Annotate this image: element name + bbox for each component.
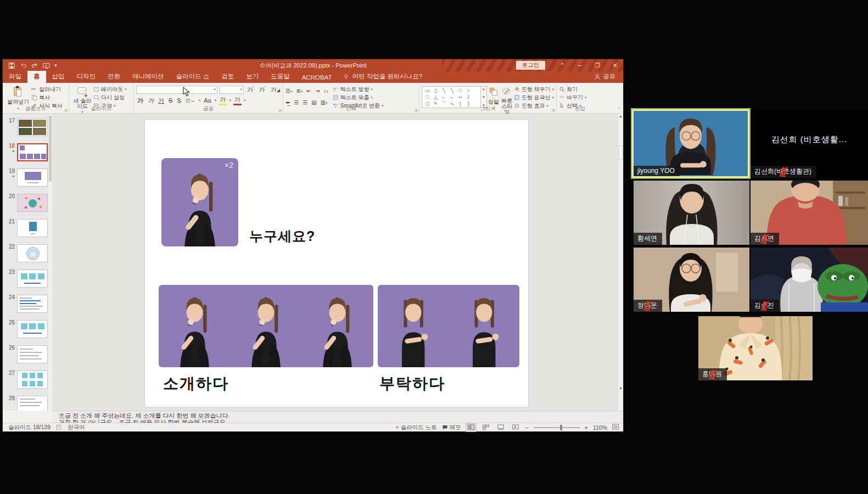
video-tile-hong-dawon[interactable]: 홍다원 xyxy=(698,316,813,380)
strikethrough-button[interactable]: S xyxy=(167,97,173,104)
sign-demo-card[interactable]: ×2 xyxy=(161,158,238,246)
language-indicator[interactable]: 한국어 xyxy=(68,424,85,431)
video-tile-kim-sujin[interactable]: 김수진 xyxy=(751,248,868,312)
close-button[interactable]: ✕ xyxy=(607,59,623,71)
font-name-combo[interactable]: ▾ xyxy=(136,86,217,94)
scroll-up-icon[interactable]: ▲ xyxy=(618,114,623,120)
slide-notes-toggle[interactable]: ≐슬라이드 노트 xyxy=(395,424,437,431)
thumbnail-25[interactable]: 25 xyxy=(7,320,52,338)
shape-gallery[interactable]: ▭▯╲╲□○ □△⌐⌐⇨⇩ ◻✎⌒∿{} ▲▼▼̲ xyxy=(422,85,487,108)
thumbnail-22[interactable]: 22 xyxy=(7,244,52,262)
clipboard-dialog-launcher[interactable]: ⇲ xyxy=(64,108,68,113)
text-shadow-button[interactable]: S xyxy=(176,97,182,104)
thumbnail-20[interactable]: 20 xyxy=(7,194,52,212)
reset-button[interactable]: 다시 설정 xyxy=(93,94,127,101)
thumbnail-28[interactable]: 28 xyxy=(7,396,52,411)
shape-fill-button[interactable]: 도형 채우기▾ xyxy=(514,86,554,93)
thumbnail-scrollbar[interactable] xyxy=(48,114,52,411)
thumbnail-image-23[interactable] xyxy=(17,270,48,288)
fit-to-window-button[interactable] xyxy=(612,424,619,431)
video-tile-jung-dawoon[interactable]: 정다운 xyxy=(634,248,749,312)
video-tile-jiyoung-yoo[interactable]: jiyoung YOO xyxy=(632,109,749,178)
align-center-button[interactable]: ☰ xyxy=(294,99,299,105)
share-button[interactable]: 공유 xyxy=(586,71,623,83)
drawing-dialog-launcher[interactable]: ⇲ xyxy=(551,108,555,113)
memo-toggle[interactable]: 메모 xyxy=(442,424,461,431)
line-spacing-button[interactable]: ↕▾ xyxy=(323,88,328,94)
thumbnail-21[interactable]: 21 xyxy=(7,219,52,237)
tab-slideshow[interactable]: 슬라이드 쇼 xyxy=(170,71,216,83)
video-tile-hwang-seyeon[interactable]: 황세연 xyxy=(634,181,749,245)
change-case-button[interactable]: Aa xyxy=(203,97,212,104)
thumbnail-image-26[interactable] xyxy=(17,345,48,363)
tab-animations[interactable]: 애니메이션 xyxy=(126,71,170,83)
clear-formatting-button[interactable]: 가◢ xyxy=(270,86,281,94)
font-dialog-launcher[interactable]: ⇲ xyxy=(278,108,282,113)
slide-sorter-view-button[interactable] xyxy=(481,424,491,431)
align-left-button[interactable]: ⬅̲ xyxy=(285,99,290,105)
tab-view[interactable]: 보기 xyxy=(240,71,265,83)
shape-gallery-grid[interactable]: ▭▯╲╲□○ □△⌐⌐⇨⇩ ◻✎⌒∿{} xyxy=(422,86,481,108)
tab-review[interactable]: 검토 xyxy=(215,71,240,83)
character-spacing-button[interactable]: 간↔ xyxy=(184,97,197,104)
thumbnail-image-28[interactable] xyxy=(17,396,48,411)
tab-file[interactable]: 파일 xyxy=(3,71,27,83)
bullets-button[interactable]: ☰▾ xyxy=(285,88,292,94)
video-tile-kim-seoyeon[interactable]: 김서연 xyxy=(751,181,868,245)
zoom-slider[interactable] xyxy=(534,427,580,428)
thumbnail-18-selected[interactable]: 18✶ xyxy=(7,143,52,161)
find-button[interactable]: 찾기 xyxy=(559,86,587,93)
thumbnail-image-21[interactable] xyxy=(17,219,48,237)
tab-transitions[interactable]: 전환 xyxy=(102,71,126,83)
video-tile-kim-sunhee[interactable]: 김선희 (비호생활... 김선희(비호생활관) xyxy=(751,110,868,178)
tab-acrobat[interactable]: ACROBAT xyxy=(296,72,338,83)
slide-18[interactable]: ×2 누구세요? 소개하다 부탁하다 xyxy=(145,120,528,407)
minimize-button[interactable]: ─ xyxy=(572,59,588,71)
scroll-down-icon[interactable]: ▼ xyxy=(618,386,623,392)
thumbnail-image-24[interactable] xyxy=(17,295,48,313)
text-direction-button[interactable]: 텍스트 방향▾ xyxy=(333,86,384,93)
slide-question-text[interactable]: 누구세요? xyxy=(249,227,315,245)
thumbnail-image-25[interactable] xyxy=(17,320,48,338)
bold-button[interactable]: 가 xyxy=(136,97,144,105)
scrollbar-thumb[interactable] xyxy=(619,145,623,160)
ribbon-display-options-icon[interactable]: ⌃ xyxy=(554,59,570,71)
align-text-button[interactable]: 텍스트 맞춤▾ xyxy=(333,94,384,101)
shape-outline-button[interactable]: 도형 윤곽선▾ xyxy=(514,94,554,101)
reading-view-button[interactable] xyxy=(496,424,506,431)
thumbnail-24[interactable]: 24 xyxy=(7,295,52,313)
thumbnail-image-17[interactable] xyxy=(17,118,48,136)
accessibility-icon[interactable] xyxy=(56,424,62,430)
restore-button[interactable]: ❐ xyxy=(589,59,606,71)
zoom-percentage[interactable]: 110% xyxy=(593,424,607,431)
thumbnail-27[interactable]: 27 xyxy=(7,370,52,389)
request-sign-panel[interactable] xyxy=(378,285,519,367)
tab-help[interactable]: 도움말 xyxy=(265,71,296,83)
justify-button[interactable]: ▤ xyxy=(311,99,316,105)
numbering-button[interactable]: ≣▾ xyxy=(296,88,303,94)
align-right-button[interactable]: ☰ xyxy=(303,99,307,105)
tab-home[interactable]: 홈 xyxy=(27,71,46,83)
normal-view-button[interactable] xyxy=(466,424,476,431)
thumbnail-19[interactable]: 19✶ xyxy=(7,169,52,187)
thumbnail-image-22[interactable] xyxy=(17,244,48,262)
copy-button[interactable]: 복사 xyxy=(31,94,63,101)
replace-button[interactable]: 바꾸기▾ xyxy=(559,94,587,101)
shrink-font-button[interactable]: 가ˇ xyxy=(257,86,267,94)
thumbnail-17[interactable]: 17 xyxy=(7,118,52,136)
columns-button[interactable]: ▥▾ xyxy=(321,99,328,105)
slideshow-view-button[interactable] xyxy=(511,424,520,431)
tell-me-box[interactable]: 어떤 작업을 원하시나요? xyxy=(338,71,428,83)
increase-indent-button[interactable]: ⇥ xyxy=(315,88,320,94)
zoom-slider-thumb[interactable] xyxy=(560,425,562,430)
highlight-color-button[interactable]: 가 xyxy=(219,96,227,105)
caption-request[interactable]: 부탁하다 xyxy=(379,373,445,394)
paragraph-dialog-launcher[interactable]: ⇲ xyxy=(414,108,418,113)
zoom-out-button[interactable]: − xyxy=(525,424,529,431)
tab-insert[interactable]: 삽입 xyxy=(46,71,71,83)
notes-pane[interactable]: 조금 전 소개 해 주셨는데요. 제 소개를 다시 한번 해 보겠습니다. 거창… xyxy=(52,411,623,423)
italic-button[interactable]: 가 xyxy=(147,97,155,105)
zoom-in-button[interactable]: + xyxy=(585,424,588,431)
font-color-button[interactable]: 가 xyxy=(233,96,242,105)
thumbnail-image-20[interactable] xyxy=(17,194,48,212)
